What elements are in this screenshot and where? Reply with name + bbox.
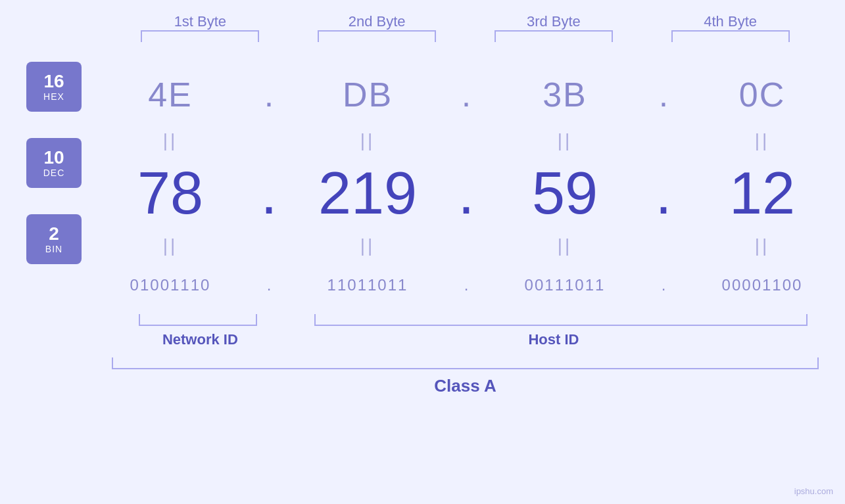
dec-val-1: 78 [137, 160, 203, 226]
hex-label: HEX [43, 91, 64, 102]
content-area: 16 HEX 10 DEC 2 BIN 4E . [26, 55, 819, 311]
dec-label: DEC [43, 168, 65, 178]
byte-header-3: 3rd Byte [466, 13, 642, 30]
hex-val-1: 4E [148, 76, 193, 114]
bracket-cell-1 [112, 30, 289, 42]
labels-row: Network ID Host ID [26, 331, 819, 348]
eq2-cell-3: || [476, 235, 654, 256]
eq2-cell-4: || [673, 235, 845, 256]
dec-badge: 10 DEC [26, 138, 82, 188]
dec-cell-4: 12 [673, 160, 845, 227]
network-id-label: Network ID [112, 331, 289, 348]
byte-header-1: 1st Byte [112, 13, 289, 30]
top-brackets [26, 30, 819, 42]
dec-val-3: 59 [532, 160, 598, 226]
hex-dot-2: . [456, 75, 476, 114]
spacer-hex [26, 55, 82, 62]
bottom-brackets-row [26, 314, 819, 326]
bin-cell-2: 11011011 [279, 276, 456, 294]
dec-dot-3: . [654, 160, 673, 227]
bin-dot-3: . [654, 276, 673, 294]
host-bracket [314, 314, 808, 326]
bin-val-4: 00001100 [722, 276, 803, 294]
bin-dot-1: . [259, 276, 279, 294]
values-grid: 4E . DB . 3B . 0C || || [82, 55, 845, 311]
class-a-bracket [112, 357, 819, 369]
labels-col: 16 HEX 10 DEC 2 BIN [26, 55, 82, 264]
hex-cell-4: 0C [673, 75, 845, 114]
dec-cell-3: 59 [476, 160, 654, 227]
bin-val-3: 00111011 [525, 276, 606, 294]
bracket-top-1 [141, 30, 259, 42]
bracket-cell-2 [289, 30, 466, 42]
bracket-top-3 [495, 30, 613, 42]
bracket-cell-4 [642, 30, 819, 42]
net-bracket-wrap [112, 314, 283, 326]
bin-row: 01001110 . 11011011 . 00111011 . 0000110… [82, 259, 845, 311]
hex-cell-2: DB [279, 75, 456, 114]
host-bracket-wrap [303, 314, 819, 326]
dec-cell-1: 78 [82, 160, 259, 227]
dec-val-2: 219 [318, 160, 417, 226]
bin-cell-1: 01001110 [82, 276, 259, 294]
spacer1 [26, 112, 82, 138]
hex-dot-3: . [654, 75, 673, 114]
class-a-section: Class A [26, 357, 819, 396]
bin-cell-4: 00001100 [673, 276, 845, 294]
equals-row-1: || || || || [82, 127, 845, 154]
class-a-label: Class A [112, 376, 819, 396]
eq-cell-2: || [279, 130, 456, 151]
hex-number: 16 [43, 72, 64, 92]
byte-header-4: 4th Byte [642, 13, 819, 30]
hex-dot-1: . [259, 75, 279, 114]
hex-badge: 16 HEX [26, 62, 82, 112]
bin-val-2: 11011011 [327, 276, 408, 294]
bracket-top-2 [318, 30, 436, 42]
byte-headers: 1st Byte 2nd Byte 3rd Byte 4th Byte [26, 13, 819, 30]
bin-dot-2: . [456, 276, 476, 294]
bin-cell-3: 00111011 [476, 276, 654, 294]
eq2-cell-2: || [279, 235, 456, 256]
bin-label: BIN [45, 244, 62, 254]
bin-badge: 2 BIN [26, 214, 82, 264]
dec-dot-1: . [259, 160, 279, 227]
watermark: ipshu.com [794, 486, 833, 496]
hex-cell-3: 3B [476, 75, 654, 114]
hex-row: 4E . DB . 3B . 0C [82, 62, 845, 127]
spacer2 [26, 188, 82, 214]
bracket-top-4 [671, 30, 790, 42]
hex-cell-1: 4E [82, 75, 259, 114]
dec-cell-2: 219 [279, 160, 456, 227]
bin-val-1: 01001110 [130, 276, 211, 294]
byte-header-2: 2nd Byte [289, 13, 466, 30]
hex-val-4: 0C [739, 76, 785, 114]
hex-val-2: DB [343, 76, 393, 114]
hex-val-3: 3B [543, 76, 587, 114]
net-bracket [139, 314, 257, 326]
eq-cell-4: || [673, 130, 845, 151]
eq2-cell-1: || [82, 235, 259, 256]
dec-row: 78 . 219 . 59 . 12 [82, 154, 845, 233]
host-id-label: Host ID [289, 331, 819, 348]
bin-number: 2 [49, 224, 59, 244]
eq-cell-1: || [82, 130, 259, 151]
equals-row-2: || || || || [82, 233, 845, 259]
dec-number: 10 [43, 148, 64, 168]
dot-spacer [283, 314, 302, 326]
bracket-cell-3 [466, 30, 642, 42]
eq-cell-3: || [476, 130, 654, 151]
dec-val-4: 12 [729, 160, 795, 226]
dec-dot-2: . [456, 160, 476, 227]
main-container: 1st Byte 2nd Byte 3rd Byte 4th Byte 16 H… [0, 0, 845, 504]
